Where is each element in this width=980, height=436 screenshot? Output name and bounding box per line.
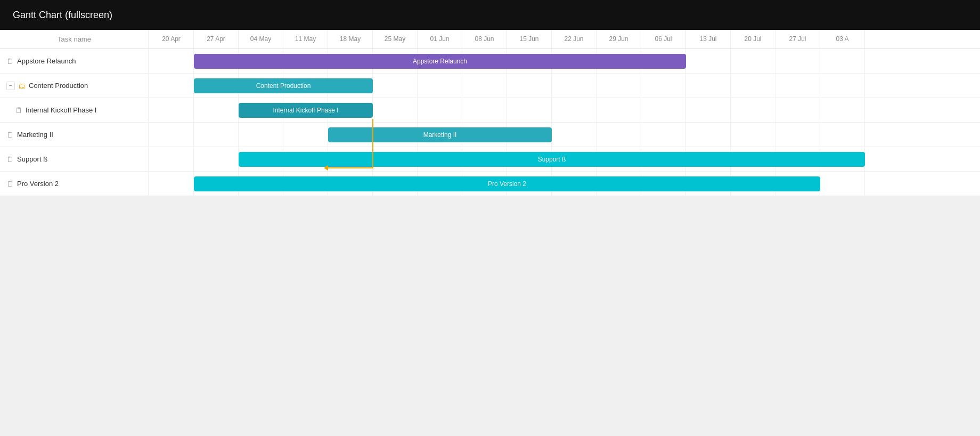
gantt-bar[interactable]: Pro Version 2 [194, 176, 820, 191]
gantt-container: Task name 20 Apr27 Apr04 May11 May18 May… [0, 30, 980, 196]
date-cell: 13 Jul [686, 30, 731, 49]
chart-col [552, 98, 597, 123]
chart-col [820, 74, 865, 98]
gantt-bar[interactable]: Internal Kickoff Phase I [239, 103, 373, 118]
gantt-header: Task name 20 Apr27 Apr04 May11 May18 May… [0, 30, 980, 49]
task-name-text: Support ß [17, 155, 47, 163]
folder-icon: 🗂 [18, 82, 26, 90]
task-column-header: Task name [0, 30, 149, 49]
file-icon: 🗒 [6, 57, 14, 66]
chart-col [731, 123, 775, 147]
task-name-cell: 🗒Support ß [0, 147, 149, 171]
chart-col [731, 98, 775, 123]
date-cell: 29 Jun [597, 30, 641, 49]
file-icon: 🗒 [15, 106, 22, 115]
chart-col [149, 147, 194, 172]
collapse-button[interactable]: − [6, 82, 15, 90]
task-name-cell: 🗒Appstore Relaunch [0, 49, 149, 73]
gantt-bar[interactable]: Marketing II [328, 127, 552, 142]
date-cell: 15 Jun [507, 30, 552, 49]
chart-col [597, 74, 641, 98]
chart-col [597, 98, 641, 123]
chart-area: Content Production [149, 74, 980, 98]
chart-col [507, 98, 552, 123]
file-icon: 🗒 [6, 180, 14, 188]
chart-col [775, 123, 820, 147]
chart-col [597, 123, 641, 147]
chart-col [194, 147, 239, 172]
file-icon: 🗒 [6, 131, 14, 139]
chart-col [552, 123, 597, 147]
chart-col [775, 98, 820, 123]
task-name-text: Marketing II [17, 131, 53, 139]
chart-col [149, 74, 194, 98]
chart-area: Appstore Relaunch [149, 49, 980, 74]
chart-col [373, 74, 418, 98]
gantt-bar[interactable]: Content Production [194, 78, 373, 93]
chart-col [194, 98, 239, 123]
chart-col [418, 98, 462, 123]
task-name-text: Appstore Relaunch [17, 57, 76, 65]
chart-col [641, 98, 686, 123]
gantt-row[interactable]: 🗒Marketing IIMarketing II [0, 123, 980, 147]
chart-col [462, 98, 507, 123]
chart-area: Marketing II [149, 123, 980, 147]
gantt-row[interactable]: 🗒Pro Version 2Pro Version 2 [0, 172, 980, 196]
task-name-text: Pro Version 2 [17, 180, 59, 188]
date-cell: 03 A [820, 30, 865, 49]
chart-col [194, 123, 239, 147]
date-cell: 27 Apr [194, 30, 239, 49]
chart-col [149, 49, 194, 74]
gantt-row[interactable]: 🗒Appstore RelaunchAppstore Relaunch [0, 49, 980, 74]
chart-col [418, 74, 462, 98]
chart-col [820, 98, 865, 123]
date-cell: 27 Jul [775, 30, 820, 49]
chart-col [820, 123, 865, 147]
dates-header: 20 Apr27 Apr04 May11 May18 May25 May01 J… [149, 30, 980, 49]
chart-columns [149, 123, 980, 147]
gantt-chart: Task name 20 Apr27 Apr04 May11 May18 May… [0, 30, 980, 196]
chart-col [149, 172, 194, 196]
chart-col [775, 49, 820, 74]
date-cell: 25 May [373, 30, 418, 49]
gantt-bar[interactable]: Appstore Relaunch [194, 54, 686, 69]
date-cell: 22 Jun [552, 30, 597, 49]
chart-col [686, 49, 731, 74]
date-cell: 08 Jun [462, 30, 507, 49]
gantt-row[interactable]: 🗒Support ßSupport ß [0, 147, 980, 172]
gantt-row[interactable]: 🗒Internal Kickoff Phase IInternal Kickof… [0, 98, 980, 123]
chart-col [731, 74, 775, 98]
gantt-rows: 🗒Appstore RelaunchAppstore Relaunch−🗂Con… [0, 49, 980, 196]
file-icon: 🗒 [6, 155, 14, 164]
gantt-bar[interactable]: Support ß [239, 152, 865, 167]
task-name-text: Internal Kickoff Phase I [26, 106, 96, 114]
date-cell: 06 Jul [641, 30, 686, 49]
chart-col [641, 74, 686, 98]
chart-col [552, 74, 597, 98]
chart-col [149, 98, 194, 123]
date-cell: 20 Apr [149, 30, 194, 49]
chart-col [149, 123, 194, 147]
date-cell: 11 May [283, 30, 328, 49]
chart-col [686, 123, 731, 147]
chart-col [731, 49, 775, 74]
chart-col [641, 123, 686, 147]
date-cell: 01 Jun [418, 30, 462, 49]
app-title: Gantt Chart (fullscreen) [13, 10, 112, 21]
date-cell: 18 May [328, 30, 373, 49]
gantt-row[interactable]: −🗂Content ProductionContent Production [0, 74, 980, 98]
chart-col [507, 74, 552, 98]
chart-area: Internal Kickoff Phase I [149, 98, 980, 123]
chart-col [239, 123, 283, 147]
chart-area: Pro Version 2 [149, 172, 980, 196]
chart-col [820, 172, 865, 196]
chart-col [686, 74, 731, 98]
chart-col [775, 74, 820, 98]
date-cell: 20 Jul [731, 30, 775, 49]
date-cell: 04 May [239, 30, 283, 49]
task-name-cell: −🗂Content Production [0, 74, 149, 98]
task-name-cell: 🗒Pro Version 2 [0, 172, 149, 196]
chart-col [462, 74, 507, 98]
task-name-cell: 🗒Marketing II [0, 123, 149, 147]
chart-col [373, 98, 418, 123]
